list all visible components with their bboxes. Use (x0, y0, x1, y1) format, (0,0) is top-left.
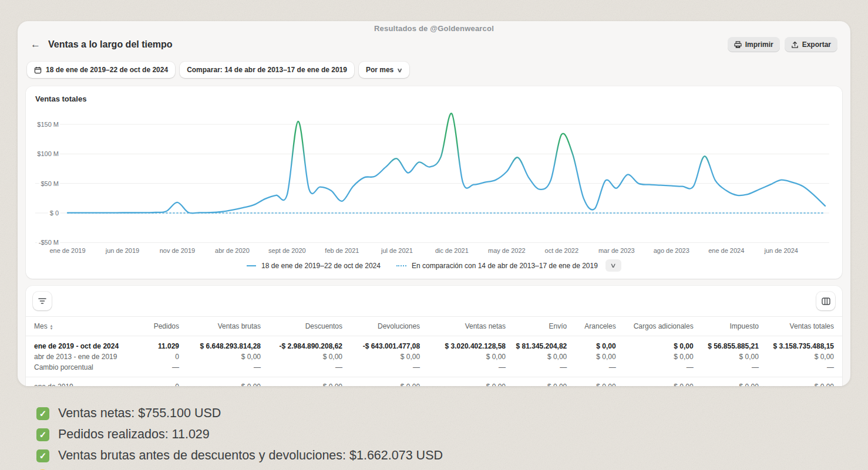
print-button[interactable]: Imprimir (728, 37, 780, 52)
chart-legend: 18 de ene de 2019–22 de oct de 2024 En c… (35, 258, 833, 274)
table-cell: $ 0,00 (573, 351, 621, 362)
table-cell: $ 6.648.293.814,28 (185, 336, 267, 352)
table-cell: — (185, 362, 267, 377)
date-range-label: 18 de ene de 2019–22 de oct de 2024 (46, 66, 168, 74)
column-header-cargos-adicionales[interactable]: Cargos adicionales (622, 317, 699, 336)
table-cell: $ 0,00 (573, 336, 621, 352)
export-icon (791, 41, 799, 49)
table-cell: $ 56.855.885,21 (699, 336, 765, 352)
svg-text:may de 2022: may de 2022 (488, 247, 526, 254)
column-header-aranceles[interactable]: Aranceles (573, 317, 621, 336)
report-header: ← Ventas a lo largo del tiempo Imprimir … (26, 34, 842, 54)
table-cell: ene de 2019 - oct de 2024 (26, 336, 140, 352)
table-cell: -$ 643.001.477,08 (348, 336, 426, 352)
columns-icon (822, 297, 830, 305)
table-cell: $ 81.345.204,82 (512, 336, 573, 352)
sales-line-chart: $150 M$100 M$50 M$ 0-$50 Mene de 2019jun… (35, 107, 833, 258)
svg-text:nov de 2019: nov de 2019 (160, 247, 196, 254)
svg-text:$100 M: $100 M (37, 150, 59, 157)
report-card: Resultados de @Goldenwearcol ← Ventas a … (18, 21, 850, 386)
table-cell: $ 0,00 (512, 351, 573, 362)
table-cell: — (765, 362, 842, 377)
primary-series-swatch (247, 265, 256, 266)
table-cell: abr de 2013 - ene de 2019 (26, 351, 140, 362)
table-cell: — (140, 362, 185, 377)
table-cell: $ 0,00 (765, 351, 842, 362)
summary-checklist: ✓Ventas netas: $755.100 USD✓Pedidos real… (36, 406, 443, 470)
svg-text:dic de 2021: dic de 2021 (435, 247, 469, 254)
svg-text:$50 M: $50 M (41, 180, 59, 187)
filter-icon (38, 297, 46, 305)
table-cell: Cambio porcentual (26, 362, 140, 377)
table-cell: $ 0,00 (622, 336, 699, 352)
table-cell: $ 0,00 (573, 377, 621, 387)
table-toolbar (26, 286, 842, 317)
svg-text:jun de 2024: jun de 2024 (763, 247, 798, 254)
table-cell: $ 0,00 (185, 351, 267, 362)
svg-text:ago de 2023: ago de 2023 (654, 247, 689, 254)
column-header-ventas-totales[interactable]: Ventas totales (765, 317, 842, 336)
table-cell: — (267, 362, 348, 377)
table-cell: $ 0,00 (348, 351, 426, 362)
summary-item: ✓Ventas netas: $755.100 USD (36, 406, 443, 421)
printer-icon (734, 41, 742, 49)
back-arrow-icon[interactable]: ← (31, 39, 41, 50)
filter-button[interactable] (33, 292, 52, 310)
table-cell: $ 0,00 (699, 351, 765, 362)
calendar-icon (34, 66, 42, 74)
compare-label: Comparar: 14 de abr de 2013–17 de ene de… (187, 66, 347, 74)
chevron-down-icon: ∨ (610, 262, 617, 269)
column-header-mes[interactable]: Mes▴▾ (26, 317, 140, 336)
check-icon: ✓ (36, 428, 49, 441)
sort-icon[interactable]: ▴▾ (51, 324, 53, 330)
column-header-impuesto[interactable]: Impuesto (699, 317, 765, 336)
check-icon: ✓ (36, 407, 49, 420)
export-button-label: Exportar (802, 40, 831, 49)
compare-chip[interactable]: Comparar: 14 de abr de 2013–17 de ene de… (180, 62, 354, 78)
column-header-devoluciones[interactable]: Devoluciones (348, 317, 426, 336)
table-cell: $ 0,00 (426, 377, 512, 387)
table-row: abr de 2013 - ene de 20190$ 0,00$ 0,00$ … (26, 351, 842, 362)
svg-text:ene de 2024: ene de 2024 (708, 247, 744, 254)
svg-text:feb de 2021: feb de 2021 (325, 247, 359, 254)
column-header-pedidos[interactable]: Pedidos (140, 317, 185, 336)
table-cell: -$ 2.984.890.208,62 (267, 336, 348, 352)
results-watermark: Resultados de @Goldenwearcol (26, 21, 842, 34)
table-cell: — (512, 362, 573, 377)
export-button[interactable]: Exportar (785, 37, 837, 52)
svg-text:jun de 2019: jun de 2019 (105, 247, 140, 254)
table-cell: 0 (140, 351, 185, 362)
print-button-label: Imprimir (745, 40, 773, 49)
svg-text:oct de 2022: oct de 2022 (545, 247, 579, 254)
column-header-env-o[interactable]: Envío (512, 317, 573, 336)
column-header-ventas-netas[interactable]: Ventas netas (426, 317, 512, 336)
table-cell: — (426, 362, 512, 377)
table-cell: — (699, 362, 765, 377)
table-cell: $ 0,00 (512, 377, 573, 387)
comparison-series-swatch (396, 265, 406, 266)
check-icon: ✓ (36, 449, 49, 462)
comparison-series-label: En comparación con 14 de abr de 2013–17 … (412, 262, 598, 270)
legend-expand-button[interactable]: ∨ (605, 259, 621, 272)
filter-bar: 18 de ene de 2019–22 de oct de 2024 Comp… (26, 62, 842, 78)
svg-text:abr de 2020: abr de 2020 (215, 247, 250, 254)
date-range-chip[interactable]: 18 de ene de 2019–22 de oct de 2024 (27, 62, 175, 78)
table-cell: ene de 2019 (26, 377, 140, 387)
granularity-label: Por mes (366, 66, 393, 74)
column-header-ventas-brutas[interactable]: Ventas brutas (185, 317, 267, 336)
svg-text:$150 M: $150 M (37, 121, 59, 128)
table-row: ene de 20190$ 0,00$ 0,00$ 0,00$ 0,00$ 0,… (26, 377, 842, 387)
granularity-chip[interactable]: Por mes ∨ (359, 62, 409, 78)
table-cell: $ 0,00 (622, 351, 699, 362)
sales-by-month-table: Mes▴▾PedidosVentas brutasDescuentosDevol… (26, 317, 842, 386)
summary-item: ✓Ventas brutas antes de descuentos y dev… (36, 448, 443, 463)
svg-text:-$50 M: -$50 M (39, 239, 59, 246)
summary-item: ✓Pedidos realizados: 11.029 (36, 427, 443, 442)
table-cell: $ 0,00 (765, 377, 842, 387)
page-title: Ventas a lo largo del tiempo (48, 39, 173, 50)
columns-button[interactable] (816, 292, 835, 310)
sales-table-card: Mes▴▾PedidosVentas brutasDescuentosDevol… (26, 286, 842, 386)
table-cell: $ 0,00 (699, 377, 765, 387)
table-cell: $ 0,00 (267, 351, 348, 362)
column-header-descuentos[interactable]: Descuentos (267, 317, 348, 336)
